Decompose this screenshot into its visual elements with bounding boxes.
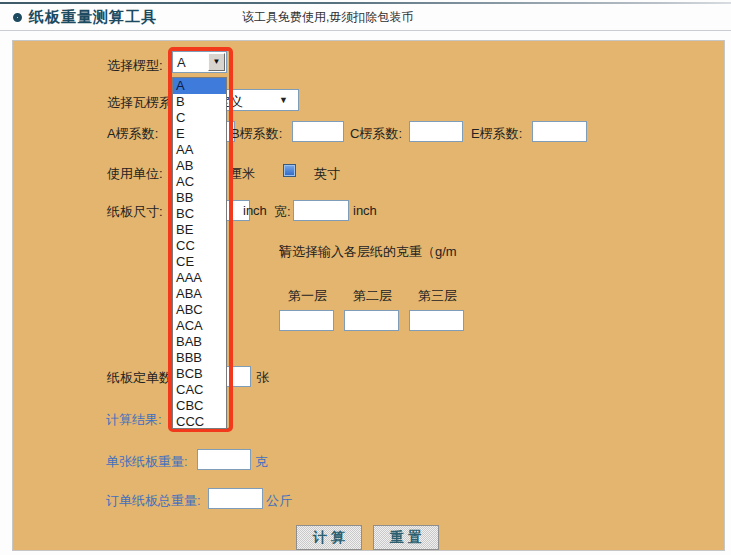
dropdown-option[interactable]: ABA: [173, 286, 226, 302]
dropdown-option[interactable]: BCB: [173, 366, 226, 382]
layer3-label: 第三层: [418, 287, 457, 305]
result-label: 计算结果:: [106, 411, 162, 429]
dropdown-option[interactable]: AAA: [173, 270, 226, 286]
coef-c-label: C楞系数:: [350, 125, 402, 143]
coef-b-label: B楞系数:: [231, 125, 282, 143]
coef-c-input[interactable]: [409, 121, 463, 142]
single-weight-unit: 克: [255, 453, 268, 471]
dropdown-option[interactable]: B: [173, 94, 226, 110]
dropdown-option[interactable]: AB: [173, 158, 226, 174]
coef-e-input[interactable]: [532, 121, 587, 142]
flute-type-value: A: [177, 55, 186, 70]
dropdown-option[interactable]: BB: [173, 190, 226, 206]
chevron-down-icon: ▼: [279, 95, 288, 105]
flute-type-highlight-border: A ▼ ABCEAAABACBBBCBECCCEAAAABAABCACABABB…: [168, 47, 233, 432]
unit-inch-checkbox[interactable]: [283, 164, 296, 177]
page: 纸板重量测算工具 该工具免费使用,毋须扣除包装币 选择楞型: 选择瓦楞系数: 自…: [0, 0, 731, 555]
bullet-circle-icon: [13, 13, 22, 22]
dropdown-option[interactable]: BAB: [173, 334, 226, 350]
combo-dropdown-button[interactable]: ▼: [208, 53, 225, 71]
coef-b-input[interactable]: [292, 121, 344, 142]
dropdown-option[interactable]: BC: [173, 206, 226, 222]
size-width-unit: inch: [353, 203, 377, 218]
page-title: 纸板重量测算工具: [29, 8, 157, 27]
coef-e-label: E楞系数:: [471, 125, 522, 143]
unit-inch-label: 英寸: [314, 165, 340, 183]
dropdown-option[interactable]: ABC: [173, 302, 226, 318]
page-subtitle: 该工具免费使用,毋须扣除包装币: [242, 9, 413, 26]
flute-type-select[interactable]: A ▼: [172, 51, 227, 73]
dropdown-option[interactable]: C: [173, 110, 226, 126]
dropdown-option[interactable]: ACA: [173, 318, 226, 334]
total-weight-input[interactable]: [208, 488, 263, 509]
header: 纸板重量测算工具 该工具免费使用,毋须扣除包装币: [0, 4, 731, 30]
layer1-input[interactable]: [279, 310, 334, 331]
total-weight-label: 订单纸板总重量:: [106, 492, 201, 510]
dropdown-option[interactable]: AC: [173, 174, 226, 190]
layer3-input[interactable]: [409, 310, 464, 331]
flute-type-label: 选择楞型:: [107, 57, 163, 75]
coef-a-label: A楞系数:: [107, 125, 158, 143]
single-weight-input[interactable]: [197, 449, 251, 470]
dropdown-option[interactable]: E: [173, 126, 226, 142]
size-width-input[interactable]: [293, 200, 349, 221]
reset-button[interactable]: 重 置: [373, 525, 439, 550]
calculate-button[interactable]: 计 算: [296, 525, 362, 550]
dropdown-option[interactable]: BE: [173, 222, 226, 238]
dropdown-option[interactable]: BBB: [173, 350, 226, 366]
unit-label: 使用单位:: [107, 165, 163, 183]
order-qty-unit: 张: [256, 369, 269, 387]
dropdown-option[interactable]: CAC: [173, 382, 226, 398]
dropdown-option[interactable]: CC: [173, 238, 226, 254]
header-divider: [0, 30, 731, 31]
content-panel: 选择楞型: 选择瓦楞系数: 自定义 ▼ A楞系数: B楞系数: C楞系数: E楞…: [12, 40, 725, 551]
size-width-label: 宽:: [274, 203, 291, 221]
layer1-label: 第一层: [288, 287, 327, 305]
dropdown-option[interactable]: CE: [173, 254, 226, 270]
layer2-input[interactable]: [344, 310, 399, 331]
dropdown-option[interactable]: CBC: [173, 398, 226, 414]
dropdown-option[interactable]: A: [173, 78, 226, 94]
layer2-label: 第二层: [353, 287, 392, 305]
size-label: 纸板尺寸:: [107, 203, 163, 221]
flute-type-dropdown-list: ABCEAAABACBBBCBECCCEAAAABAABCACABABBBBBC…: [172, 77, 227, 429]
dropdown-option[interactable]: AA: [173, 142, 226, 158]
total-weight-unit: 公斤: [266, 492, 292, 510]
size-length-unit: inch: [243, 203, 267, 218]
single-weight-label: 单张纸板重量:: [106, 453, 188, 471]
dropdown-option[interactable]: CCC: [173, 414, 226, 429]
